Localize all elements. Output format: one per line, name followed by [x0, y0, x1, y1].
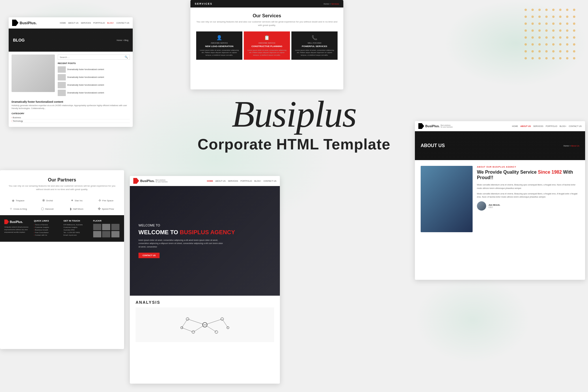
about-nav-portfolio[interactable]: PORTFOLIO: [546, 125, 557, 127]
about-text: ABOUT OUR BUSIPLUS AGENCY We Provide Qua…: [477, 166, 579, 232]
partner-orchid: ❋ Orchid: [35, 198, 60, 202]
blog-main-image: [12, 55, 55, 92]
services-body: Our Services You can rely on our amazing…: [190, 7, 343, 65]
service-title-2: CONSTRUCTIVE PLANNING: [246, 45, 288, 48]
services-top-bar: SERVICES Home > Services: [190, 0, 343, 7]
footer-link-business[interactable]: Business Growth: [34, 229, 61, 231]
about-nav-blog[interactable]: BLOG+: [560, 125, 567, 127]
nav-blog[interactable]: BLOG+: [107, 22, 114, 24]
about-nav-about[interactable]: ABOUT US: [520, 125, 531, 127]
recent-thumb-2: [58, 74, 66, 80]
home-nav-contact[interactable]: CONTACT US: [263, 180, 276, 182]
home-nav-home[interactable]: HOME: [207, 180, 213, 182]
home-nav-about[interactable]: ABOUT US: [215, 180, 226, 182]
recent-post-4: Dramatically foster functionalized conte…: [58, 90, 130, 96]
footer-link-contact[interactable]: Contact with Us: [34, 234, 61, 236]
about-logo-icon: [418, 123, 424, 129]
about-breadcrumb-active: About Us: [571, 145, 579, 147]
analysis-section: ANALYSIS: [130, 296, 280, 346]
partners-title: Our Partners: [6, 177, 118, 183]
home-logo-text: BusiPlus.: [140, 179, 155, 183]
svg-line-7: [188, 319, 205, 325]
service-label-1: Awesome Service: [199, 42, 240, 44]
recent-text-2: Dramatically foster functionalized conte…: [67, 76, 104, 78]
recent-text-1: Dramatically foster functionalized conte…: [67, 68, 104, 71]
partner-half-moon: ◗ Half Moon: [64, 207, 89, 211]
category-business[interactable]: Business: [12, 116, 130, 119]
services-breadcrumb: Home > Services: [324, 3, 339, 5]
footer-link-terms[interactable]: Terms of Service: [34, 224, 61, 226]
service-icon-2: 📋: [246, 35, 288, 40]
about-body-2: Modo convallis bibendum urna et viverra.…: [477, 192, 579, 198]
hero-title-text: WELCOME TO: [138, 229, 180, 235]
partner-cross: ✧ Cross & King: [6, 207, 31, 211]
service-body-2: Lorem ipsum dolor sit amet, consectetur …: [246, 49, 288, 56]
services-topbar-title: SERVICES: [195, 2, 212, 5]
avatar-role: CEO: [488, 206, 500, 208]
category-section: CATEGORY Business Technology: [9, 112, 133, 125]
svg-line-12: [222, 319, 228, 328]
partner-star: ✦ Star Inc: [64, 198, 89, 202]
flickr-2: [102, 224, 110, 230]
home-panel: BusiPlus. Best solutionsfor your busines…: [130, 176, 280, 384]
service-icon-3: 📞: [294, 35, 335, 40]
footer-grid: BusiPlus. Uniquely extend virtual proces…: [4, 220, 120, 237]
about-logo: BusiPlus. Best solutionsfor your busines…: [418, 123, 453, 129]
avatar-info: Jon Breck. CEO: [488, 204, 500, 208]
contact-button[interactable]: CONTACT US: [138, 253, 160, 258]
center-title: Busiplus Corporate HTML Template: [198, 95, 390, 153]
logo-icon: [12, 20, 18, 26]
footer-flickr-title: FLICKR: [93, 220, 120, 222]
nav-home[interactable]: HOME: [60, 22, 66, 24]
search-input[interactable]: [60, 56, 125, 59]
service-card-2: 📋 Awesome Service CONSTRUCTIVE PLANNING …: [244, 31, 290, 60]
home-nav-links: HOME ABOUT US SERVICES PORTFOLIO BLOG+ C…: [207, 180, 276, 182]
footer-contact-title: GET IN TOUCH: [63, 220, 90, 222]
footer-links-title: QUICK LINKS: [34, 220, 61, 222]
home-nav-blog[interactable]: BLOG+: [254, 180, 261, 182]
about-title-highlight: Since 1982: [538, 170, 562, 175]
blog-hero: BLOG Home > Blog: [9, 29, 133, 52]
network-diagram: [176, 310, 234, 339]
footer-link-free[interactable]: Free Consultation: [34, 232, 61, 233]
about-nav-contact[interactable]: CONTACT US: [569, 125, 582, 127]
nav-contact[interactable]: CONTACT US: [116, 22, 129, 24]
nav-about[interactable]: ABOUT US: [68, 22, 78, 24]
svg-line-13: [182, 328, 193, 332]
footer-col-contact: GET IN TOUCH 678 Melbourne, Australia Cu…: [63, 220, 90, 237]
home-hero: WELCOME TO WELCOME TO BUSIPLUS AGENCY lo…: [130, 186, 280, 296]
footer-col-links: QUICK LINKS Terms of Service Customer In…: [34, 220, 61, 237]
flickr-grid: [93, 224, 120, 237]
footer-link-customer[interactable]: Customer Insights: [34, 226, 61, 228]
about-breadcrumb: Home > About Us: [563, 145, 579, 147]
flickr-1: [93, 224, 101, 230]
footer-address2: Customer Insights: [63, 226, 90, 228]
service-body-1: Lorem ipsum dolor sit amet, consectetur …: [199, 49, 240, 56]
about-nav-home[interactable]: HOME: [512, 125, 518, 127]
home-hero-title: WELCOME TO BUSIPLUS AGENCY: [138, 229, 235, 236]
avatar: [477, 201, 486, 211]
excerpt-body: Holisticly generate interactive expertis…: [12, 104, 130, 110]
nav-services[interactable]: SERVICES: [81, 22, 91, 24]
excerpt-title: Dramatically foster functionalized conte…: [12, 100, 130, 103]
about-nav-services[interactable]: SERVICES: [533, 125, 543, 127]
footer-col-brand: BusiPlus. Uniquely extend virtual proces…: [4, 220, 31, 237]
about-hero-title: ABOUT US: [421, 143, 445, 148]
search-box[interactable]: 🔍: [58, 55, 130, 60]
home-nav-portfolio[interactable]: PORTFOLIO: [240, 180, 252, 182]
footer-desc: Uniquely extend virtual process improvem…: [4, 226, 31, 234]
services-panel: SERVICES Home > Services Our Services Yo…: [190, 0, 343, 89]
footer-address: 678 Melbourne, Australia: [63, 224, 90, 226]
main-wrapper: Busiplus Corporate HTML Template BusiPlu…: [0, 0, 588, 392]
breadcrumb-active: Services: [331, 3, 339, 5]
service-title-1: NEW LEAD-GENERATION: [199, 45, 240, 48]
service-label-3: Well-Focused: [294, 42, 335, 44]
blog-navbar: BusiPlus. HOME ABOUT US SERVICES PORTFOL…: [9, 17, 133, 29]
home-logo-icon: [133, 178, 139, 184]
footer-col-flickr: FLICKR: [93, 220, 120, 237]
blog-nav-links: HOME ABOUT US SERVICES PORTFOLIO BLOG+ C…: [60, 22, 129, 24]
category-technology[interactable]: Technology: [12, 119, 130, 123]
home-nav-services[interactable]: SERVICES: [228, 180, 238, 182]
partner-hanover: ⬡ Hanover: [35, 207, 60, 211]
nav-portfolio[interactable]: PORTFOLIO: [93, 22, 105, 24]
